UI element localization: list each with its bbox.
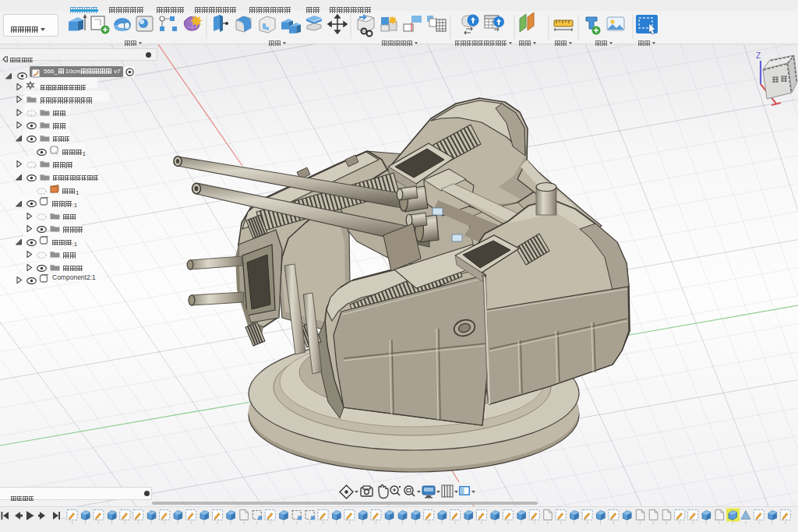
- svg-text:...: ...: [61, 513, 66, 520]
- svg-text:Z: Z: [756, 51, 761, 60]
